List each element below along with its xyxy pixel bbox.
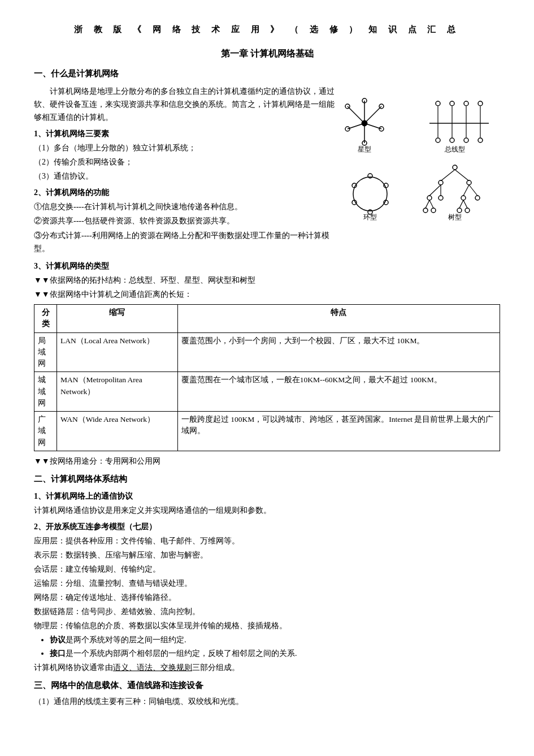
svg-point-43	[439, 180, 443, 185]
network-types-table: 分类 缩写 特点 局域网 LAN（Local Area Network） 覆盖范…	[34, 304, 500, 451]
bullet-interface: 接口是一个系统内部两个相邻层的一组约定，反映了相邻层之间的关系.	[50, 647, 500, 660]
svg-line-44	[455, 170, 469, 181]
svg-line-58	[459, 200, 463, 208]
svg-point-51	[461, 196, 466, 200]
element-1: （1）多台（地理上分散的）独立计算机系统；	[34, 141, 336, 154]
svg-point-25	[436, 138, 440, 142]
svg-point-59	[457, 208, 462, 213]
section3-title: 三、网络中的信息载体、通信线路和连接设备	[34, 679, 500, 693]
svg-line-6	[364, 106, 381, 123]
svg-point-55	[423, 208, 428, 213]
svg-line-52	[469, 185, 477, 196]
svg-point-45	[467, 180, 471, 185]
osi-layer-physical: 物理层：传输信息的介质、将数据以实体呈现并传输的规格、接插规格。	[34, 619, 500, 632]
wan-type: 广域网	[34, 412, 57, 451]
man-type: 城域网	[34, 372, 57, 412]
triangle-marker3: ▼	[34, 457, 42, 465]
svg-point-47	[427, 196, 432, 200]
svg-point-34	[368, 174, 372, 178]
osi-title: 2、开放系统互连参考模型（七层）	[34, 520, 500, 533]
protocol-title: 1、计算机网络上的通信协议	[34, 490, 500, 503]
svg-point-23	[478, 101, 483, 106]
svg-point-61	[465, 208, 470, 213]
main-title: 浙 教 版 《 网 络 技 术 应 用 》 （ 选 修 ） 知 识 点 汇 总	[34, 23, 500, 36]
triangle-marker2: ▼	[34, 290, 42, 299]
protocol-composition: 计算机网络协议通常由语义、语法、交换规则三部分组成。	[34, 661, 500, 674]
network-topology-diagram: 星型 总线型	[342, 84, 500, 231]
svg-line-2	[348, 106, 364, 123]
svg-point-27	[450, 138, 454, 142]
svg-point-21	[464, 101, 468, 106]
svg-line-50	[463, 185, 469, 196]
svg-text:星型: 星型	[358, 145, 371, 153]
osi-layer-datalink: 数据链路层：信号同步、差错效验、流向控制。	[34, 605, 500, 618]
osi-layer-session: 会话层：建立传输规则、传输约定。	[34, 563, 500, 576]
svg-point-57	[431, 208, 436, 213]
table-row-wan: 广域网 WAN（Wide Area Network） 一般跨度起过 100KM，…	[34, 412, 500, 451]
svg-line-60	[463, 200, 467, 208]
lan-abbr: LAN（Local Area Network）	[57, 332, 178, 372]
svg-line-54	[426, 200, 429, 208]
svg-point-31	[478, 138, 483, 142]
function-2: ②资源共享----包括硬件资源、软件资源及数据资源共享。	[34, 214, 336, 227]
svg-point-29	[464, 138, 468, 142]
protocol-desc: 计算机网络通信协议是用来定义并实现网络通信的一组规则和参数。	[34, 504, 500, 517]
table-row-lan: 局域网 LAN（Local Area Network） 覆盖范围小，小到一个房间…	[34, 332, 500, 372]
col-header-type: 分类	[34, 305, 57, 333]
wan-desc: 一般跨度起过 100KM，可以跨城市、跨地区，甚至跨国家。Internet 是目…	[177, 412, 500, 451]
element-3: （3）通信协议。	[34, 170, 336, 183]
elements-title: 1、计算机网络三要素	[34, 127, 336, 140]
svg-point-49	[439, 196, 443, 200]
chapter-title: 第一章 计算机网络基础	[34, 46, 500, 61]
man-abbr: MAN（Metropolitan Area Network）	[57, 372, 178, 412]
triangle-marker: ▼	[34, 276, 42, 284]
bullet-protocol: 协议是两个系统对等的层之间一组约定.	[50, 634, 500, 646]
section1-title: 一、什么是计算机网络	[34, 67, 500, 80]
element-2: （2）传输介质和网络设备；	[34, 155, 336, 169]
osi-layer-app: 应用层：提供各种应用：文件传输、电子邮件、万维网等。	[34, 534, 500, 547]
svg-text:树型: 树型	[448, 213, 462, 221]
osi-layer-transport: 运输层：分组、流量控制、查错与错误处理。	[34, 577, 500, 590]
table-row-man: 城域网 MAN（Metropolitan Area Network） 覆盖范围在…	[34, 372, 500, 412]
svg-point-19	[450, 101, 454, 106]
lan-desc: 覆盖范围小，小到一个房间，大到一个校园、厂区，最大不过 10KM。	[177, 332, 500, 372]
svg-line-42	[441, 170, 455, 181]
function-3: ③分布式计算----利用网络上的资源在网络上分配和平衡数据处理工作量的一种计算模…	[34, 229, 336, 255]
section2-title: 二、计算机网络体系结构	[34, 472, 500, 486]
intro-text: 计算机网络是地理上分散分布的多台独立自主的计算机遵循约定的通信协议，通过软、硬件…	[34, 85, 336, 124]
man-desc: 覆盖范围在一个城市区域，一般在10KM--60KM之间，最大不超过 100KM。	[177, 372, 500, 412]
lan-type: 局域网	[34, 332, 57, 372]
svg-line-56	[429, 200, 433, 208]
types-title: 3、计算机网络的类型	[34, 260, 500, 273]
wan-abbr: WAN（Wide Area Network）	[57, 412, 178, 451]
col-header-abbr: 缩写	[57, 305, 178, 333]
svg-point-53	[475, 196, 480, 200]
usage-label: ▼▼按网络用途分：专用网和公用网	[34, 455, 500, 468]
osi-layer-pres: 表示层：数据转换、压缩与解压缩、加密与解密。	[34, 548, 500, 561]
osi-layer-network: 网络层：确定传送地址、选择传输路径。	[34, 591, 500, 604]
svg-line-46	[429, 185, 441, 196]
svg-point-17	[436, 101, 440, 106]
svg-text:总线型: 总线型	[444, 145, 465, 153]
osi-bullets: 协议是两个系统对等的层之间一组约定. 接口是一个系统内部两个相邻层的一组约定，反…	[50, 634, 500, 660]
functions-title: 2、计算机网络的功能	[34, 186, 336, 199]
distance-label: ▼▼依据网络中计算机之间通信距离的长短：	[34, 288, 500, 301]
topology-label: ▼▼依据网络的拓扑结构：总线型、环型、星型、网状型和树型	[34, 274, 500, 287]
cable-desc: （1）通信用的线缆主要有三种：同轴电缆、双绞线和光缆。	[34, 695, 500, 708]
function-1: ①信息交换----在计算机与计算机之间快速地传递各种信息。	[34, 200, 336, 213]
col-header-desc: 特点	[177, 305, 500, 333]
svg-point-41	[453, 165, 457, 170]
svg-point-33	[353, 177, 387, 211]
